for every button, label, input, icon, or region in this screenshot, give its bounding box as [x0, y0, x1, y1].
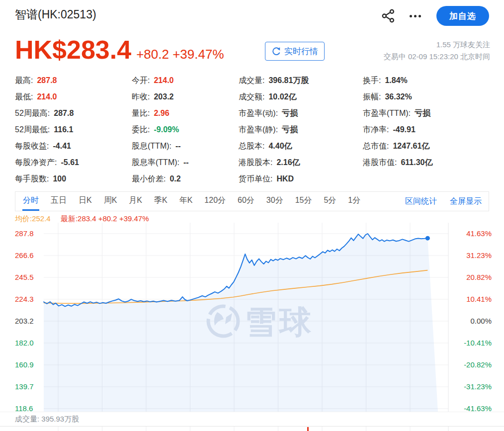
- y-axis-left-label: 224.3: [15, 295, 34, 303]
- tab-五日[interactable]: 五日: [50, 192, 67, 211]
- tab-年K[interactable]: 年K: [179, 192, 193, 211]
- tab-日K[interactable]: 日K: [78, 192, 92, 211]
- share-icon[interactable]: [382, 9, 396, 23]
- trading-status: 交易中 02-09 15:23:20 北京时间: [384, 51, 490, 63]
- tab-周K[interactable]: 周K: [103, 192, 118, 211]
- add-watchlist-button[interactable]: 加自选: [436, 6, 489, 26]
- tab-分时[interactable]: 分时: [22, 192, 39, 211]
- stats-column-3: 成交量:396.81万股成交额:10.02亿市盈率(动):亏损市盈率(静):亏损…: [239, 72, 309, 187]
- tab-60分[interactable]: 60分: [237, 192, 255, 211]
- stat-item: 最高:287.8: [15, 72, 79, 88]
- stat-item: 货币单位:HKD: [239, 171, 309, 187]
- link-全屏显示[interactable]: 全屏显示: [450, 192, 482, 211]
- y-axis-right-label: -10.41%: [464, 339, 492, 347]
- tab-15分[interactable]: 15分: [295, 192, 313, 211]
- stat-item: 成交额:10.02亿: [239, 88, 309, 105]
- stat-item: 每股净资产:-5.61: [15, 154, 79, 171]
- chart-timeframe-tabbar: 分时五日日K周K月K季K年K120分60分30分15分5分1分区间统计全屏显示: [15, 191, 489, 211]
- stat-item: 每股收益:-4.41: [15, 138, 79, 154]
- stats-column-2: 今开:214.0昨收:203.2量比:2.96委比:-9.09%股息(TTM):…: [132, 72, 189, 187]
- y-axis-right-label: -20.82%: [464, 360, 492, 369]
- current-price: HK$283.4: [15, 35, 131, 65]
- y-axis-left-label: 203.2: [15, 317, 34, 325]
- stat-item: 量比:2.96: [132, 105, 189, 121]
- tab-5分[interactable]: 5分: [323, 192, 336, 211]
- stat-item: 最低:214.0: [15, 88, 79, 105]
- stat-item: 港股市值:611.30亿: [363, 154, 433, 171]
- price-change: +80.2 +39.47%: [136, 47, 224, 62]
- followers-count: 1.55 万球友关注: [384, 39, 490, 51]
- tab-月K[interactable]: 月K: [128, 192, 143, 211]
- stat-item: 港股股本:2.16亿: [239, 154, 309, 171]
- y-axis-left-label: 287.8: [15, 229, 34, 238]
- stat-item: 成交量:396.81万股: [239, 72, 309, 88]
- legend-latest-price: 最新:283.4 +80.2 +39.47%: [61, 214, 149, 223]
- stat-item: 总市值:1247.61亿: [363, 138, 433, 154]
- stat-item: 每手股数:100: [15, 171, 79, 187]
- refresh-icon: [271, 46, 281, 56]
- stat-item: 市盈率(静):亏损: [239, 121, 309, 138]
- y-axis-right-label: 10.41%: [466, 295, 492, 303]
- stat-item: 股息率(TTM):--: [132, 154, 189, 171]
- stat-item: 总股本:4.40亿: [239, 138, 309, 154]
- price-row: HK$283.4 +80.2 +39.47%: [15, 35, 224, 65]
- volume-strip: 成交量: 395.93万股: [0, 412, 504, 427]
- stat-item: 最小价差:0.2: [132, 171, 189, 187]
- intraday-price-chart[interactable]: 雪球287.8266.6245.5224.3203.2182.0160.9139…: [0, 223, 504, 431]
- stat-item: 52周最高:287.8: [15, 105, 79, 121]
- y-axis-right-label: 31.23%: [466, 251, 492, 259]
- tab-30分[interactable]: 30分: [266, 192, 284, 211]
- volume-bar: [307, 427, 309, 431]
- stat-item: 52周最低:116.1: [15, 121, 79, 138]
- y-axis-left-label: 160.9: [15, 360, 34, 369]
- tab-120分[interactable]: 120分: [204, 192, 226, 211]
- y-axis-left-label: 266.6: [15, 251, 34, 259]
- stats-column-4: 换手:1.84%振幅:36.32%市盈率(TTM):亏损市净率:-49.91总市…: [363, 72, 433, 171]
- tab-季K[interactable]: 季K: [154, 192, 168, 211]
- volume-label: 成交量: 395.93万股: [15, 415, 79, 424]
- stat-item: 市盈率(TTM):亏损: [363, 105, 433, 121]
- stat-item: 换手:1.84%: [363, 72, 433, 88]
- page-title: 智谱(HK:02513): [15, 7, 96, 22]
- realtime-quote-button[interactable]: 实时行情: [265, 42, 325, 61]
- y-axis-left-label: 139.7: [15, 382, 34, 391]
- stat-item: 市盈率(动):亏损: [239, 105, 309, 121]
- stat-item: 振幅:36.32%: [363, 88, 433, 105]
- stat-item: 昨收:203.2: [132, 88, 189, 105]
- stat-item: 今开:214.0: [132, 72, 189, 88]
- price-area-fill: [44, 234, 438, 412]
- more-options-icon[interactable]: [407, 9, 423, 23]
- link-区间统计[interactable]: 区间统计: [405, 192, 437, 211]
- latest-price-dot: [425, 236, 430, 241]
- stat-item: 股息(TTM):--: [132, 138, 189, 154]
- stats-column-1: 最高:287.8最低:214.052周最高:287.852周最低:116.1每股…: [15, 72, 79, 187]
- stat-item: 市净率:-49.91: [363, 121, 433, 138]
- legend-average-price: 均价:252.4: [15, 214, 51, 223]
- y-axis-right-label: 41.63%: [466, 229, 492, 238]
- y-axis-left-label: 182.0: [15, 339, 34, 347]
- tab-1分[interactable]: 1分: [347, 192, 361, 211]
- realtime-button-label: 实时行情: [284, 46, 318, 57]
- y-axis-left-label: 245.5: [15, 273, 34, 281]
- stat-item: 委比:-9.09%: [132, 121, 189, 138]
- y-axis-right-label: -31.23%: [464, 382, 492, 391]
- y-axis-right-label: 0.00%: [470, 317, 492, 325]
- market-status-info: 1.55 万球友关注 交易中 02-09 15:23:20 北京时间: [384, 39, 490, 63]
- y-axis-right-label: 20.82%: [466, 273, 492, 281]
